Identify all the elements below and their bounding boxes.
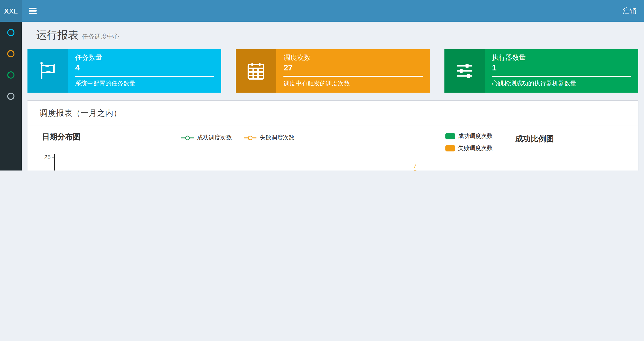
divider	[284, 76, 423, 77]
report-panel: 调度报表（一月之内） 日期分布图	[28, 100, 638, 171]
circle-outline-icon	[7, 71, 14, 78]
success-swatch-icon	[446, 133, 455, 139]
trigger-count-box: 调度次数 27 调度中心触发的调度次数	[236, 49, 430, 93]
pie-plot: 成功调度次数失败调度次数	[436, 158, 624, 171]
pie-legend-item-fail[interactable]: 失败调度次数	[446, 144, 493, 152]
sidebar-item-2[interactable]	[0, 43, 22, 64]
flag-icon	[37, 60, 58, 82]
sidebar-item-3[interactable]	[0, 64, 22, 85]
svg-text:25: 25	[44, 154, 50, 160]
logo-text: XL	[9, 7, 18, 15]
circle-outline-icon	[7, 50, 14, 57]
executor-count-label: 执行器数量	[492, 54, 631, 62]
sidebar	[0, 22, 22, 171]
app-logo[interactable]: XXL	[0, 0, 22, 22]
main-area: 运行报表任务调度中心 任务数量 4	[22, 22, 644, 171]
sidebar-toggle-button[interactable]	[22, 0, 44, 22]
xxl-job-dashboard: XXL 注销 运行报表任务调度中心	[0, 0, 644, 171]
jobs-count-content: 任务数量 4 系统中配置的任务数量	[68, 49, 222, 93]
line-series-marker-icon	[244, 135, 257, 141]
calendar-icon	[246, 61, 266, 81]
legend-item-fail[interactable]: 失败调度次数	[244, 134, 294, 142]
circle-outline-icon	[7, 29, 14, 36]
trigger-count-desc: 调度中心触发的调度次数	[284, 80, 423, 88]
hamburger-icon	[29, 8, 36, 14]
content-header: 运行报表任务调度中心	[22, 22, 644, 46]
stacked-area-plot: 05101520252017-05-022017-05-052017-05-08…	[42, 147, 433, 171]
page-title: 运行报表	[36, 29, 78, 41]
legend-label-success: 成功调度次数	[197, 134, 232, 142]
content: 运行报表任务调度中心 任务数量 4	[22, 22, 644, 171]
report-panel-title: 调度报表（一月之内）	[28, 101, 638, 125]
divider	[75, 76, 214, 77]
legend-item-success[interactable]: 成功调度次数	[181, 134, 232, 142]
jobs-count-icon-area	[28, 49, 68, 93]
executor-count-desc: 心跳检测成功的执行器机器数量	[492, 80, 631, 88]
sidebar-item-4[interactable]	[0, 85, 22, 107]
legend-label-fail: 失败调度次数	[260, 134, 294, 142]
sliders-icon	[454, 61, 474, 81]
summary-boxes: 任务数量 4 系统中配置的任务数量	[28, 49, 638, 93]
svg-text:7: 7	[413, 163, 416, 169]
pie-legend-label-fail: 失败调度次数	[458, 144, 493, 152]
executor-count-content: 执行器数量 1 心跳检测成功的执行器机器数量	[485, 49, 638, 93]
executor-count-value: 1	[492, 63, 631, 73]
logo-text-bold: X	[4, 7, 9, 15]
jobs-count-label: 任务数量	[75, 54, 214, 62]
date-chart-title: 日期分布图	[42, 132, 80, 142]
pie-legend-item-success[interactable]: 成功调度次数	[446, 132, 493, 140]
trigger-count-icon-area	[236, 49, 276, 93]
top-navbar: XXL 注销	[0, 0, 644, 22]
jobs-count-desc: 系统中配置的任务数量	[75, 80, 214, 88]
jobs-count-value: 4	[75, 63, 214, 73]
pie-chart-title: 成功比例图	[515, 134, 554, 144]
navbar-right: 注销	[615, 0, 644, 22]
circle-outline-icon	[7, 92, 14, 100]
date-distribution-chart: 日期分布图 成功调度次数	[42, 131, 433, 171]
executor-count-box: 执行器数量 1 心跳检测成功的执行器机器数量	[444, 49, 638, 93]
trigger-count-label: 调度次数	[284, 54, 423, 62]
pie-chart-legend: 成功调度次数 失败调度次数	[446, 132, 493, 152]
divider	[492, 76, 631, 77]
trigger-count-value: 27	[284, 63, 423, 73]
success-ratio-chart: 成功调度次数 失败调度次数 成功比例图 成功调度次数失败调度次数	[436, 131, 624, 171]
line-chart-legend: 成功调度次数 失败调度次数	[42, 131, 433, 142]
executor-count-icon-area	[444, 49, 485, 93]
sidebar-item-1[interactable]	[0, 22, 22, 43]
fail-swatch-icon	[446, 145, 455, 151]
date-chart-header: 日期分布图 成功调度次数	[42, 131, 433, 147]
logout-link[interactable]: 注销	[615, 7, 644, 15]
jobs-count-box: 任务数量 4 系统中配置的任务数量	[28, 49, 222, 93]
pie-legend-label-success: 成功调度次数	[458, 132, 493, 140]
line-series-marker-icon	[181, 135, 194, 141]
report-panel-body: 日期分布图 成功调度次数	[28, 125, 638, 171]
page-subtitle: 任务调度中心	[82, 33, 120, 40]
trigger-count-content: 调度次数 27 调度中心触发的调度次数	[276, 49, 430, 93]
